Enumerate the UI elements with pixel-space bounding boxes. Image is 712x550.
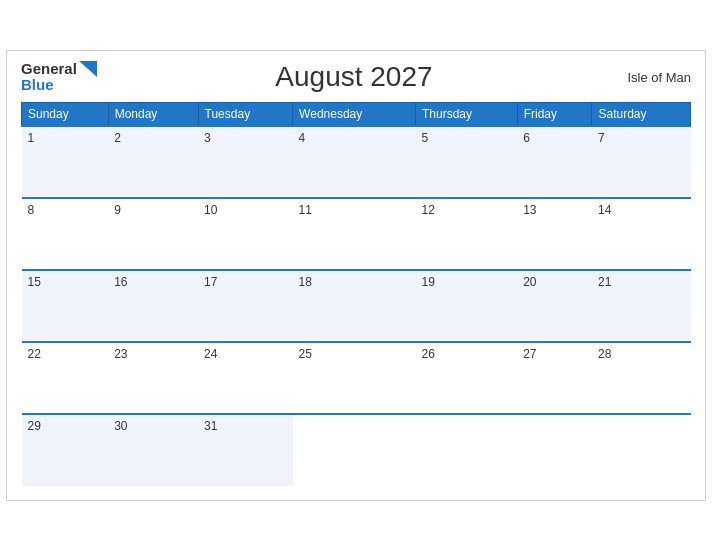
calendar-table: Sunday Monday Tuesday Wednesday Thursday… <box>21 102 691 486</box>
day-number: 4 <box>299 131 306 145</box>
calendar-week-row: 1234567 <box>22 126 691 198</box>
calendar-day-cell: 26 <box>415 342 517 414</box>
day-number: 20 <box>523 275 536 289</box>
svg-marker-0 <box>79 61 97 77</box>
calendar-day-cell: 10 <box>198 198 293 270</box>
day-number: 17 <box>204 275 217 289</box>
day-number: 21 <box>598 275 611 289</box>
day-number: 31 <box>204 419 217 433</box>
day-number: 8 <box>28 203 35 217</box>
logo-flag-icon <box>79 61 97 77</box>
logo: General Blue <box>21 61 97 94</box>
calendar-day-cell: 6 <box>517 126 592 198</box>
calendar-weekday-header: Sunday Monday Tuesday Wednesday Thursday… <box>22 102 691 126</box>
calendar-day-cell: 22 <box>22 342 109 414</box>
day-number: 29 <box>28 419 41 433</box>
calendar-week-row: 22232425262728 <box>22 342 691 414</box>
calendar-day-cell: 29 <box>22 414 109 486</box>
calendar-day-cell: 14 <box>592 198 691 270</box>
day-number: 6 <box>523 131 530 145</box>
day-number: 7 <box>598 131 605 145</box>
calendar-day-cell: 5 <box>415 126 517 198</box>
calendar-day-cell: 19 <box>415 270 517 342</box>
calendar-day-cell: 8 <box>22 198 109 270</box>
day-number: 24 <box>204 347 217 361</box>
calendar: General Blue August 2027 Isle of Man Sun… <box>6 50 706 501</box>
day-number: 25 <box>299 347 312 361</box>
day-number: 28 <box>598 347 611 361</box>
calendar-day-cell: 27 <box>517 342 592 414</box>
calendar-header: General Blue August 2027 Isle of Man <box>21 61 691 94</box>
calendar-day-cell <box>592 414 691 486</box>
col-sunday: Sunday <box>22 102 109 126</box>
calendar-day-cell <box>517 414 592 486</box>
calendar-day-cell: 17 <box>198 270 293 342</box>
calendar-day-cell: 1 <box>22 126 109 198</box>
col-saturday: Saturday <box>592 102 691 126</box>
calendar-day-cell: 30 <box>108 414 198 486</box>
calendar-day-cell: 7 <box>592 126 691 198</box>
day-number: 14 <box>598 203 611 217</box>
day-number: 1 <box>28 131 35 145</box>
col-thursday: Thursday <box>415 102 517 126</box>
calendar-week-row: 293031 <box>22 414 691 486</box>
day-number: 15 <box>28 275 41 289</box>
col-friday: Friday <box>517 102 592 126</box>
calendar-day-cell: 16 <box>108 270 198 342</box>
day-number: 23 <box>114 347 127 361</box>
calendar-day-cell: 25 <box>293 342 416 414</box>
calendar-day-cell: 13 <box>517 198 592 270</box>
calendar-day-cell: 18 <box>293 270 416 342</box>
calendar-day-cell: 24 <box>198 342 293 414</box>
day-number: 5 <box>421 131 428 145</box>
calendar-week-row: 891011121314 <box>22 198 691 270</box>
calendar-day-cell: 21 <box>592 270 691 342</box>
calendar-day-cell: 20 <box>517 270 592 342</box>
calendar-week-row: 15161718192021 <box>22 270 691 342</box>
calendar-title: August 2027 <box>97 61 611 93</box>
day-number: 12 <box>421 203 434 217</box>
logo-blue-text: Blue <box>21 77 54 94</box>
calendar-body: 1234567891011121314151617181920212223242… <box>22 126 691 486</box>
calendar-day-cell: 2 <box>108 126 198 198</box>
day-number: 19 <box>421 275 434 289</box>
day-number: 22 <box>28 347 41 361</box>
col-monday: Monday <box>108 102 198 126</box>
day-number: 30 <box>114 419 127 433</box>
calendar-day-cell: 3 <box>198 126 293 198</box>
calendar-day-cell: 28 <box>592 342 691 414</box>
calendar-day-cell: 4 <box>293 126 416 198</box>
calendar-day-cell: 11 <box>293 198 416 270</box>
day-number: 3 <box>204 131 211 145</box>
col-tuesday: Tuesday <box>198 102 293 126</box>
calendar-day-cell <box>415 414 517 486</box>
day-number: 16 <box>114 275 127 289</box>
day-number: 10 <box>204 203 217 217</box>
calendar-day-cell: 31 <box>198 414 293 486</box>
day-number: 11 <box>299 203 312 217</box>
day-number: 18 <box>299 275 312 289</box>
day-number: 2 <box>114 131 121 145</box>
day-number: 9 <box>114 203 121 217</box>
calendar-region: Isle of Man <box>611 70 691 85</box>
day-number: 26 <box>421 347 434 361</box>
logo-general-text: General <box>21 61 77 78</box>
calendar-day-cell: 12 <box>415 198 517 270</box>
calendar-day-cell <box>293 414 416 486</box>
day-number: 27 <box>523 347 536 361</box>
day-number: 13 <box>523 203 536 217</box>
calendar-day-cell: 23 <box>108 342 198 414</box>
calendar-day-cell: 9 <box>108 198 198 270</box>
calendar-day-cell: 15 <box>22 270 109 342</box>
col-wednesday: Wednesday <box>293 102 416 126</box>
